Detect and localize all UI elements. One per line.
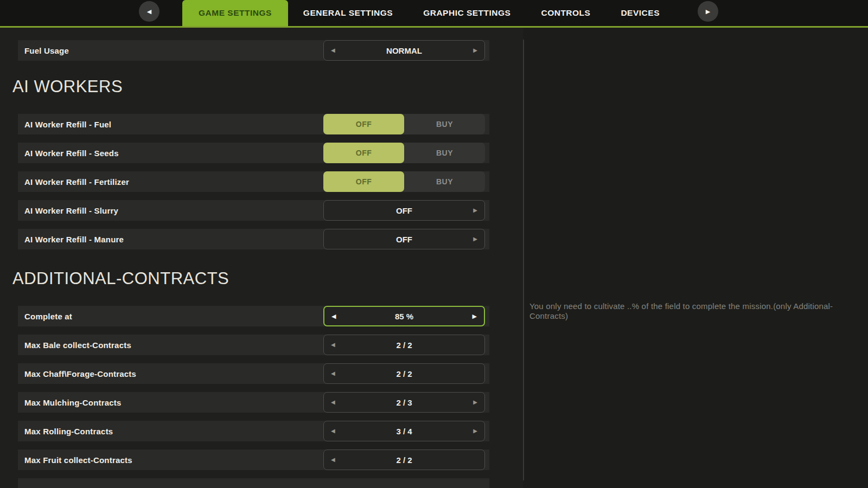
toggle-option-off[interactable]: OFF — [323, 171, 404, 192]
increase-arrow-icon[interactable]: ▶ — [473, 48, 477, 53]
right-arrow-icon: ▶ — [706, 9, 710, 15]
section-title-ai-workers: AI WORKERS — [12, 77, 523, 97]
selector-value: 3 / 4 — [396, 427, 412, 436]
decrease-arrow-icon[interactable]: ◀ — [331, 313, 336, 319]
setting-label: AI Worker Refill - Slurry — [18, 206, 323, 215]
setting-row-max-chaff: Max Chaff\Forage-Contracts ◀ 2 / 2 — [18, 363, 489, 384]
increase-arrow-icon[interactable]: ▶ — [473, 400, 477, 405]
toggle-option-off[interactable]: OFF — [323, 143, 404, 163]
increase-arrow-icon[interactable]: ▶ — [473, 208, 477, 213]
setting-row-max-mulching: Max Mulching-Contracts ◀ 2 / 3 ▶ — [18, 392, 489, 413]
toggle-option-buy[interactable]: BUY — [404, 114, 485, 134]
toggle-option-buy[interactable]: BUY — [404, 171, 485, 192]
selector-value: 2 / 2 — [396, 341, 412, 350]
setting-row-refill-fertilizer: AI Worker Refill - Fertilizer OFF BUY — [18, 171, 489, 192]
refill-seeds-toggle: OFF BUY — [323, 143, 485, 163]
tab-graphic-settings[interactable]: GRAPHIC SETTINGS — [408, 0, 526, 26]
decrease-arrow-icon[interactable]: ◀ — [331, 428, 335, 434]
setting-label: Max Fruit collect-Contracts — [18, 455, 323, 465]
decrease-arrow-icon[interactable]: ◀ — [331, 457, 335, 463]
increase-arrow-icon[interactable]: ▶ — [473, 428, 477, 434]
setting-label: Max Chaff\Forage-Contracts — [18, 369, 323, 378]
section-title-additional-contracts: ADDITIONAL-CONTRACTS — [12, 269, 523, 288]
decrease-arrow-icon[interactable]: ◀ — [331, 342, 335, 348]
settings-list: Fuel Usage ◀ NORMAL ▶ AI WORKERS AI Work… — [0, 28, 523, 488]
partial-row — [18, 478, 489, 488]
setting-label: Fuel Usage — [18, 46, 323, 55]
setting-row-refill-fuel: AI Worker Refill - Fuel OFF BUY — [18, 114, 489, 134]
setting-label: Max Rolling-Contracts — [18, 427, 323, 436]
refill-fuel-toggle: OFF BUY — [323, 114, 485, 134]
info-panel: You only need to cultivate ..% of the fi… — [524, 28, 868, 488]
selector-value: 85 % — [395, 312, 413, 321]
tabs-prev-button[interactable]: ◀ — [139, 1, 159, 22]
increase-arrow-icon[interactable]: ▶ — [473, 236, 477, 242]
setting-label: Max Mulching-Contracts — [18, 398, 323, 407]
setting-row-complete-at: Complete at ◀ 85 % ▶ — [18, 306, 489, 326]
decrease-arrow-icon[interactable]: ◀ — [331, 48, 335, 53]
setting-label: AI Worker Refill - Seeds — [18, 149, 323, 158]
refill-manure-selector[interactable]: OFF ▶ — [323, 229, 485, 249]
tab-bar: ◀ GAME SETTINGS GENERAL SETTINGS GRAPHIC… — [0, 0, 868, 28]
setting-label: AI Worker Refill - Fertilizer — [18, 177, 323, 187]
fuel-usage-selector[interactable]: ◀ NORMAL ▶ — [323, 40, 485, 61]
tab-devices[interactable]: DEVICES — [605, 0, 675, 26]
selector-value: 2 / 2 — [396, 369, 412, 378]
setting-row-max-rolling: Max Rolling-Contracts ◀ 3 / 4 ▶ — [18, 421, 489, 441]
selector-value: 2 / 3 — [396, 398, 412, 407]
toggle-option-buy[interactable]: BUY — [404, 143, 485, 163]
max-chaff-selector[interactable]: ◀ 2 / 2 — [323, 363, 485, 384]
setting-label: AI Worker Refill - Manure — [18, 235, 323, 244]
setting-label: Max Bale collect-Contracts — [18, 341, 323, 350]
setting-row-refill-slurry: AI Worker Refill - Slurry OFF ▶ — [18, 200, 489, 221]
setting-row-fuel-usage: Fuel Usage ◀ NORMAL ▶ — [18, 40, 489, 61]
setting-label: Complete at — [18, 312, 323, 321]
selector-value: NORMAL — [386, 46, 422, 55]
left-arrow-icon: ◀ — [147, 9, 151, 15]
max-rolling-selector[interactable]: ◀ 3 / 4 ▶ — [323, 421, 485, 441]
setting-row-max-bale: Max Bale collect-Contracts ◀ 2 / 2 — [18, 335, 489, 355]
tab-general-settings[interactable]: GENERAL SETTINGS — [288, 0, 408, 26]
selector-value: OFF — [396, 235, 412, 244]
selector-value: OFF — [396, 206, 412, 215]
refill-slurry-selector[interactable]: OFF ▶ — [323, 200, 485, 221]
toggle-option-off[interactable]: OFF — [323, 114, 404, 134]
setting-row-refill-manure: AI Worker Refill - Manure OFF ▶ — [18, 229, 489, 249]
settings-content: Fuel Usage ◀ NORMAL ▶ AI WORKERS AI Work… — [0, 28, 868, 488]
decrease-arrow-icon[interactable]: ◀ — [331, 400, 335, 405]
increase-arrow-icon[interactable]: ▶ — [473, 313, 477, 319]
decrease-arrow-icon[interactable]: ◀ — [331, 371, 335, 376]
setting-label: AI Worker Refill - Fuel — [18, 120, 323, 129]
setting-row-refill-seeds: AI Worker Refill - Seeds OFF BUY — [18, 143, 489, 163]
max-bale-selector[interactable]: ◀ 2 / 2 — [323, 335, 485, 355]
tab-game-settings[interactable]: GAME SETTINGS — [182, 0, 288, 26]
max-fruit-selector[interactable]: ◀ 2 / 2 — [323, 450, 485, 470]
tabs-next-button[interactable]: ▶ — [698, 1, 718, 22]
setting-description: You only need to cultivate ..% of the fi… — [529, 301, 844, 321]
selector-value: 2 / 2 — [396, 455, 412, 465]
max-mulching-selector[interactable]: ◀ 2 / 3 ▶ — [323, 392, 485, 413]
tab-controls[interactable]: CONTROLS — [526, 0, 605, 26]
refill-fertilizer-toggle: OFF BUY — [323, 171, 485, 192]
setting-row-max-fruit: Max Fruit collect-Contracts ◀ 2 / 2 — [18, 450, 489, 470]
complete-at-selector[interactable]: ◀ 85 % ▶ — [323, 306, 485, 326]
